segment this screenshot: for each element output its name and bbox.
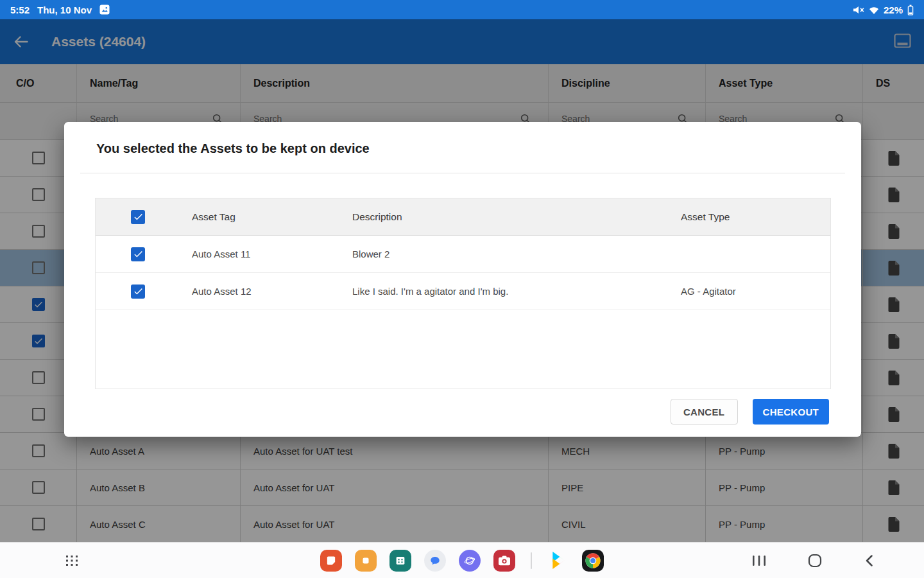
dialog-col-asset-tag: Asset Tag: [180, 198, 341, 235]
battery-icon: [907, 4, 914, 15]
checkout-button[interactable]: CHECKOUT: [753, 399, 829, 425]
check-icon: [133, 286, 144, 297]
dialog-cell-asset-tag: Auto Asset 12: [180, 273, 341, 310]
dialog-title: You selected the Assets to be kept on de…: [64, 122, 861, 156]
camera-app-icon[interactable]: [493, 550, 515, 572]
battery-percent: 22%: [884, 4, 903, 15]
dialog-row-checkbox[interactable]: [131, 285, 145, 299]
keep-on-device-dialog: You selected the Assets to be kept on de…: [64, 122, 861, 437]
dialog-divider: [80, 173, 845, 173]
messages-app-icon[interactable]: [424, 550, 446, 572]
recents-button[interactable]: [751, 555, 767, 566]
internet-app-icon[interactable]: [459, 550, 481, 572]
dialog-cell-asset-tag: Auto Asset 11: [180, 236, 341, 272]
dialog-table: Asset Tag Description Asset Type Auto As…: [95, 198, 831, 389]
calendar-app-icon[interactable]: [389, 550, 411, 572]
check-icon: [133, 211, 144, 222]
status-date: Thu, 10 Nov: [37, 4, 92, 15]
dialog-table-row[interactable]: Auto Asset 11 Blower 2: [96, 236, 830, 273]
dialog-row-select-cell: [96, 273, 180, 310]
dialog-row-select-cell: [96, 236, 180, 272]
dialog-cell-asset-type: AG - Agitator: [669, 273, 830, 310]
dialog-actions: CANCEL CHECKOUT: [671, 399, 829, 425]
volume-muted-icon: [853, 6, 864, 14]
back-button[interactable]: [862, 553, 878, 568]
wifi-icon: [869, 6, 879, 14]
screen: 5:52 Thu, 10 Nov 22%: [0, 0, 924, 578]
nav-keys: [751, 553, 878, 568]
dialog-row-checkbox[interactable]: [131, 247, 145, 261]
dialog-col-description: Description: [341, 198, 669, 235]
dialog-cell-description: Like I said. I'm a agitator and I'm big.: [341, 273, 669, 310]
chrome-app-icon[interactable]: [582, 550, 604, 572]
check-icon: [133, 249, 144, 259]
taskbar-apps: [320, 550, 604, 572]
notes-app-icon[interactable]: [320, 550, 342, 572]
image-notification-icon: [99, 4, 110, 15]
home-button[interactable]: [807, 553, 823, 568]
taskbar-separator: [531, 552, 532, 569]
status-bar: 5:52 Thu, 10 Nov 22%: [0, 0, 924, 19]
dialog-select-all-checkbox[interactable]: [131, 210, 145, 224]
app-drawer-icon[interactable]: [64, 553, 80, 568]
play-store-app-icon[interactable]: [547, 550, 569, 572]
gallery-app-icon[interactable]: [355, 550, 377, 572]
dialog-table-header: Asset Tag Description Asset Type: [96, 198, 830, 236]
dialog-table-row[interactable]: Auto Asset 12 Like I said. I'm a agitato…: [96, 273, 830, 310]
dialog-table-empty-area: [96, 310, 830, 389]
clock: 5:52: [10, 4, 30, 15]
dialog-cell-asset-type: [669, 236, 830, 272]
taskbar: [0, 542, 924, 578]
cancel-button[interactable]: CANCEL: [671, 399, 738, 425]
dialog-cell-description: Blower 2: [341, 236, 669, 272]
dialog-col-asset-type: Asset Type: [669, 198, 830, 235]
dialog-table-body: Auto Asset 11 Blower 2 Auto Asset 12 Lik…: [96, 236, 830, 310]
